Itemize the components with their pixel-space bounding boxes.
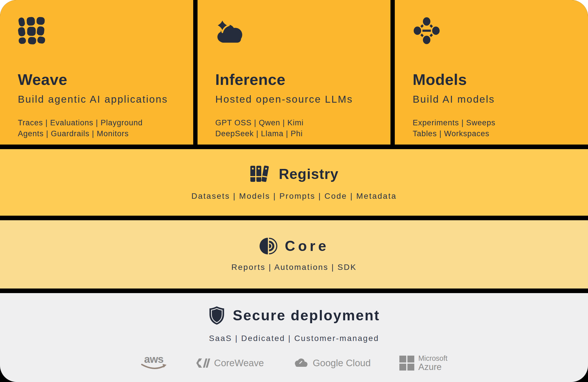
card-features: Traces | Evaluations | Playground Agents… — [18, 118, 177, 139]
secure-header: Secure deployment — [208, 306, 380, 325]
card-title: Models — [413, 71, 572, 88]
network-graph-icon — [413, 17, 441, 45]
cloud-logos-row: aws CoreWeave — [141, 354, 448, 372]
binders-icon — [249, 164, 271, 184]
card-subtitle: Hosted open-source LLMs — [215, 93, 375, 105]
card-features: GPT OSS | Qwen | Kimi DeepSeek | Llama |… — [215, 118, 375, 139]
core-radar-icon — [259, 237, 277, 255]
card-inference: Inference Hosted open-source LLMs GPT OS… — [198, 0, 391, 145]
microsoft-squares-icon — [399, 356, 414, 371]
feature-line: GPT OSS | Qwen | Kimi — [215, 118, 375, 128]
aws-smile-icon — [141, 364, 167, 371]
card-models: Models Build AI models Experiments | Swe… — [395, 0, 588, 145]
product-cards-row: Weave Build agentic AI applications Trac… — [0, 0, 588, 145]
feature-line: DeepSeek | Llama | Phi — [215, 128, 375, 139]
card-subtitle: Build AI models — [413, 93, 572, 105]
feature-line: Traces | Evaluations | Playground — [18, 118, 177, 128]
feature-line: Agents | Guardrails | Monitors — [18, 128, 177, 139]
wandb-platform-diagram: Weave Build agentic AI applications Trac… — [0, 0, 588, 382]
card-title: Weave — [18, 71, 177, 88]
microsoft-azure-wordmark: Microsoft Azure — [418, 354, 447, 372]
core-features: Reports | Automations | SDK — [231, 263, 357, 272]
registry-header: Registry — [249, 164, 339, 184]
secure-features: SaaS | Dedicated | Customer-managed — [209, 334, 379, 343]
band-core: Core Reports | Automations | SDK — [0, 220, 588, 289]
band-registry: Registry Datasets | Models | Prompts | C… — [0, 149, 588, 216]
card-features: Experiments | Sweeps Tables | Workspaces — [413, 118, 572, 139]
feature-line: Experiments | Sweeps — [413, 118, 572, 128]
microsoft-azure-logo: Microsoft Azure — [399, 354, 447, 372]
aws-logo: aws — [141, 355, 167, 371]
shield-icon — [208, 306, 225, 325]
azure-line: Azure — [418, 362, 447, 372]
band-title: Secure deployment — [233, 307, 380, 324]
diagram-frame: Weave Build agentic AI applications Trac… — [0, 0, 588, 382]
microsoft-line: Microsoft — [418, 354, 447, 362]
band-title: Registry — [279, 166, 339, 182]
band-secure: Secure deployment SaaS | Dedicated | Cus… — [0, 293, 588, 382]
registry-features: Datasets | Models | Prompts | Code | Met… — [191, 192, 396, 201]
band-title: Core — [285, 238, 329, 254]
google-cloud-icon — [293, 357, 309, 369]
card-subtitle: Build agentic AI applications — [18, 93, 177, 105]
core-header: Core — [259, 237, 329, 255]
feature-line: Tables | Workspaces — [413, 128, 572, 139]
coreweave-wordmark: CoreWeave — [214, 358, 264, 369]
aws-wordmark: aws — [144, 355, 163, 364]
card-weave: Weave Build agentic AI applications Trac… — [0, 0, 193, 145]
sparkle-cloud-icon — [215, 17, 243, 45]
coreweave-logo: CoreWeave — [196, 358, 264, 369]
card-title: Inference — [215, 71, 375, 88]
google-cloud-wordmark: Google Cloud — [313, 358, 371, 369]
weave-grid-icon — [18, 17, 46, 45]
coreweave-icon — [196, 358, 210, 369]
google-cloud-logo: Google Cloud — [293, 357, 371, 369]
